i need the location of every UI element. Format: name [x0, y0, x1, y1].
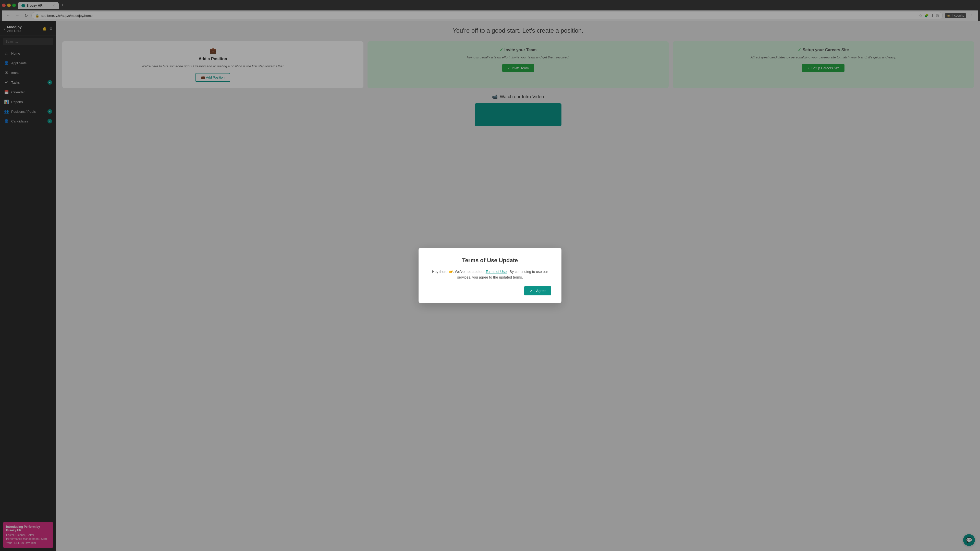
- terms-modal: Terms of Use Update Hey there 🤝. We've u…: [418, 248, 562, 303]
- agree-button[interactable]: ✓ I Agree: [524, 286, 551, 295]
- modal-overlay[interactable]: Terms of Use Update Hey there 🤝. We've u…: [0, 0, 980, 551]
- modal-body: Hey there 🤝. We've updated our Terms of …: [429, 269, 551, 280]
- agree-icon: ✓: [530, 289, 533, 293]
- modal-body-text-1: Hey there 🤝. We've updated our: [432, 270, 485, 274]
- agree-label: I Agree: [535, 289, 546, 293]
- modal-footer: ✓ I Agree: [429, 286, 551, 295]
- modal-title: Terms of Use Update: [429, 257, 551, 264]
- terms-of-use-link[interactable]: Terms of Use: [486, 270, 507, 274]
